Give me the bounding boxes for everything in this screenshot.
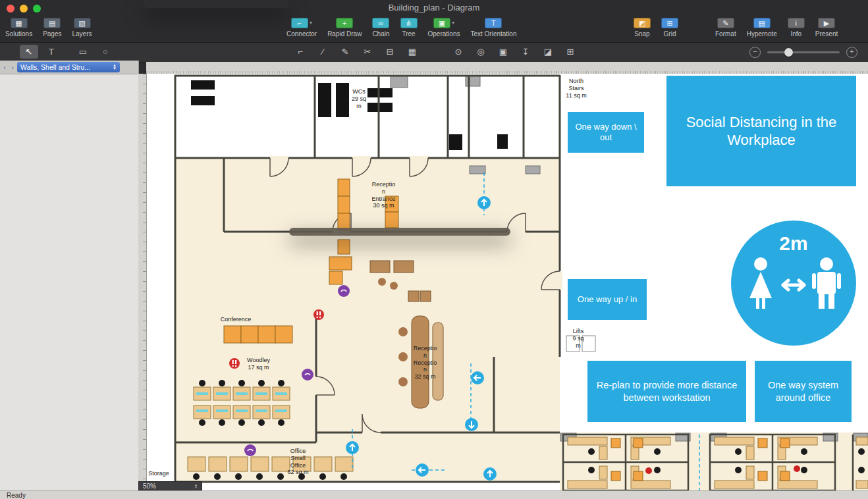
toolbar-group-snap-grid: ◩Snap⊞Grid xyxy=(634,16,678,38)
solutions-button[interactable]: ▦Solutions xyxy=(5,16,32,38)
replan-sign[interactable]: Re-plan to provide more distance between… xyxy=(587,361,746,422)
two-metre-distance-sign[interactable]: 2m xyxy=(731,221,856,346)
table-tool[interactable]: ▦ xyxy=(403,45,421,59)
room-label-wcs: WCs 29 sq m xyxy=(342,88,375,109)
shape-tool-group: ▭○ xyxy=(74,45,115,59)
room-label-woodley: Woodley 17 sq m xyxy=(240,357,277,371)
room-label-reception: Receptio n Receptio n 32 sq m xyxy=(407,345,443,381)
draw-tool-group: ⌐∕✎✂⊟▦ xyxy=(291,45,421,59)
stamp-tool-icon: ▣ xyxy=(499,47,507,57)
dropdown-caret-icon: ▾ xyxy=(452,20,454,26)
delete-tool[interactable]: ⊟ xyxy=(381,45,399,59)
one-way-up-sign-text: One way up / in xyxy=(578,294,637,305)
format-label: Format xyxy=(715,30,736,38)
zoom-out-button[interactable]: − xyxy=(749,47,761,58)
one-way-down-sign[interactable]: One way down \ out xyxy=(568,112,644,153)
zoom-control: − + xyxy=(749,47,857,58)
eyedropper-tool[interactable]: ↧ xyxy=(516,45,535,59)
vertical-ruler xyxy=(138,74,147,490)
layers-icon: ▧ xyxy=(74,18,91,28)
tree-button[interactable]: ⋔Tree xyxy=(400,16,418,38)
zoom-slider-knob[interactable] xyxy=(784,48,793,57)
zoom-slider[interactable] xyxy=(767,51,840,53)
line-tool-icon: ∕ xyxy=(322,47,323,57)
pencil-tool-icon: ✎ xyxy=(342,47,349,57)
hypernote-label: Hypernote xyxy=(747,30,777,38)
connector-icon: ⌐ xyxy=(291,18,308,28)
info-icon: i xyxy=(788,18,805,28)
pages-button[interactable]: ▤Pages xyxy=(43,16,61,38)
rapid-draw-icon: + xyxy=(336,18,353,28)
rapid-draw-label: Rapid Draw xyxy=(327,30,362,38)
eraser-tool[interactable]: ◪ xyxy=(539,45,557,59)
distancing-figures-icon xyxy=(741,256,846,317)
app-window: Building_plan - Diagram ▦Solutions▤Pages… xyxy=(0,0,868,499)
crop-tool[interactable]: ⊞ xyxy=(561,45,580,59)
zoom-in-button[interactable]: + xyxy=(846,47,857,58)
pan-tool[interactable]: ◎ xyxy=(472,45,490,59)
scissors-tool-icon: ✂ xyxy=(364,47,371,57)
select-tool-icon: ↖ xyxy=(26,47,33,57)
layers-button[interactable]: ▧Layers xyxy=(72,16,92,38)
main-toolbar: ▦Solutions▤Pages▧Layers ⌐▾Connector+Rapi… xyxy=(0,16,868,42)
horizontal-ruler xyxy=(146,62,868,74)
room-label-conference: Conference xyxy=(212,316,259,323)
zoom-tool-icon: ⊙ xyxy=(455,47,462,57)
select-tool[interactable]: ↖ xyxy=(20,45,38,59)
text-tool[interactable]: T xyxy=(42,45,61,59)
hypernote-icon: ▤ xyxy=(753,18,771,28)
toolbar-group-right: ✎Format▤HypernoteiInfo▶Present xyxy=(715,16,838,38)
operations-button[interactable]: ▣▾Operations xyxy=(428,16,460,38)
ellipse-tool-icon: ○ xyxy=(103,47,108,57)
connector-button[interactable]: ⌐▾Connector xyxy=(286,16,317,38)
toolbar-group-center: ⌐▾Connector+Rapid Draw∞Chain⋔Tree▣▾Opera… xyxy=(286,16,517,38)
tree-label: Tree xyxy=(402,30,415,38)
connector-label: Connector xyxy=(286,30,317,38)
connector-tool[interactable]: ⌐ xyxy=(291,45,310,59)
info-button[interactable]: iInfo xyxy=(788,16,805,38)
hypernote-button[interactable]: ▤Hypernote xyxy=(747,16,777,38)
rect-tool[interactable]: ▭ xyxy=(74,45,92,59)
one-way-system-sign[interactable]: One way system around office xyxy=(755,361,852,422)
titlebar: Building_plan - Diagram xyxy=(0,0,868,16)
library-selector-label: Walls, Shell and Stru... xyxy=(20,63,90,71)
ellipse-tool[interactable]: ○ xyxy=(96,45,115,59)
zoom-level-value: 50% xyxy=(143,483,156,490)
format-button[interactable]: ✎Format xyxy=(715,16,736,38)
pages-icon: ▤ xyxy=(43,18,61,28)
window-title: Building_plan - Diagram xyxy=(0,0,868,16)
library-back-button[interactable]: ‹ xyxy=(1,63,8,71)
grid-button[interactable]: ⊞Grid xyxy=(661,16,678,38)
zoom-stepper-icon[interactable]: ▲▼ xyxy=(194,483,198,489)
present-button[interactable]: ▶Present xyxy=(815,16,838,38)
library-selector-dropdown[interactable]: Walls, Shell and Stru... ▲▼ xyxy=(17,62,120,72)
library-forward-button[interactable]: › xyxy=(9,63,16,71)
rapid-draw-button[interactable]: +Rapid Draw xyxy=(327,16,362,38)
zoom-level-control[interactable]: 50% ▲▼ xyxy=(138,481,202,490)
one-way-up-sign[interactable]: One way up / in xyxy=(568,279,647,320)
dropdown-stepper-icon: ▲▼ xyxy=(113,64,117,70)
drawing-canvas[interactable]: One way down \ out Social Distancing in … xyxy=(138,74,868,490)
room-label-office-small: Office Small Office 62 sq m xyxy=(280,448,316,476)
pencil-tool[interactable]: ✎ xyxy=(336,45,354,59)
stamp-tool[interactable]: ▣ xyxy=(494,45,512,59)
text-orientation-button[interactable]: TText Orientation xyxy=(470,16,516,38)
select-tool-group: ↖T xyxy=(20,45,61,59)
snap-button[interactable]: ◩Snap xyxy=(634,16,651,38)
eyedropper-tool-icon: ↧ xyxy=(522,47,529,57)
format-icon: ✎ xyxy=(717,18,734,28)
chain-label: Chain xyxy=(372,30,389,38)
import-submenu xyxy=(289,228,510,236)
chain-button[interactable]: ∞Chain xyxy=(372,16,389,38)
solutions-label: Solutions xyxy=(5,30,32,38)
zoom-tool[interactable]: ⊙ xyxy=(449,45,468,59)
solutions-icon: ▦ xyxy=(11,18,28,28)
shape-library-header: ‹ › Walls, Shell and Stru... ▲▼ xyxy=(0,61,138,74)
text-tool-icon: T xyxy=(49,47,54,57)
scissors-tool[interactable]: ✂ xyxy=(358,45,377,59)
shape-library-panel: ‹ › Walls, Shell and Stru... ▲▼ xyxy=(0,61,139,490)
two-metre-label: 2m xyxy=(779,231,807,256)
info-label: Info xyxy=(790,30,801,38)
social-distancing-sign[interactable]: Social Distancing in the Workplace xyxy=(666,76,856,186)
line-tool[interactable]: ∕ xyxy=(313,45,332,59)
